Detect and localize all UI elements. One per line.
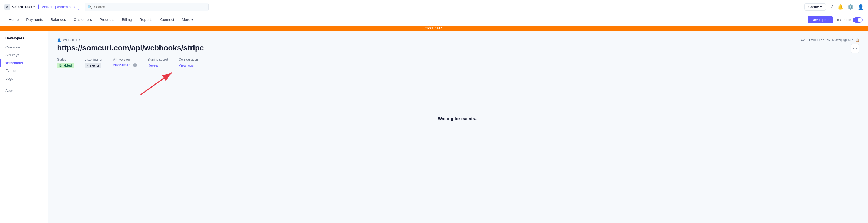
create-button[interactable]: Create ▾ bbox=[804, 3, 826, 10]
status-badge: Enabled bbox=[57, 63, 74, 68]
api-version-value[interactable]: 2022-08-01 i bbox=[113, 63, 137, 67]
arrow-svg bbox=[132, 68, 181, 97]
content: 👤 WEBHOOK https://someurl.com/api/webhoo… bbox=[49, 31, 868, 223]
webhook-id: we_1Lf0IIEosEcNBN5mzQJgFnFq 📋 bbox=[801, 38, 859, 42]
signing-secret-label: Signing secret bbox=[148, 58, 168, 61]
nav-item-customers[interactable]: Customers bbox=[70, 14, 95, 26]
gear-icon[interactable]: ⚙️ bbox=[847, 4, 854, 10]
sidebar-item-apps[interactable]: Apps bbox=[0, 87, 48, 95]
listening-value: 4 events bbox=[85, 63, 101, 68]
search-input[interactable] bbox=[85, 3, 209, 11]
nav-item-connect[interactable]: Connect bbox=[157, 14, 178, 26]
webhook-right: we_1Lf0IIEosEcNBN5mzQJgFnFq 📋 ··· bbox=[801, 38, 859, 53]
info-icon: i bbox=[133, 63, 137, 67]
nav-item-balances[interactable]: Balances bbox=[48, 14, 69, 26]
create-label: Create bbox=[808, 5, 819, 9]
sidebar-item-api-keys[interactable]: API keys bbox=[0, 51, 48, 59]
status-label: Status bbox=[57, 58, 74, 61]
sidebar-item-webhooks[interactable]: Webhooks bbox=[0, 59, 48, 67]
user-icon[interactable]: 👤 bbox=[858, 4, 864, 10]
chevron-down-icon: ▾ bbox=[820, 5, 822, 9]
waiting-label: Waiting for events... bbox=[438, 116, 478, 121]
webhook-section-label: 👤 WEBHOOK bbox=[57, 38, 799, 42]
stat-api-version: API version 2022-08-01 i bbox=[113, 58, 137, 67]
main-layout: Developers Overview API keys Webhooks Ev… bbox=[0, 31, 868, 223]
sidebar-title: Developers bbox=[0, 36, 48, 43]
bell-icon[interactable]: 🔔 bbox=[837, 4, 843, 10]
brand-icon: S bbox=[4, 4, 10, 10]
more-chevron-icon: ▾ bbox=[191, 18, 193, 22]
arrow-annotation bbox=[57, 73, 859, 105]
sidebar: Developers Overview API keys Webhooks Ev… bbox=[0, 31, 49, 223]
sidebar-item-logs[interactable]: Logs bbox=[0, 74, 48, 83]
reveal-link[interactable]: Reveal bbox=[148, 63, 158, 67]
test-mode-toggle[interactable] bbox=[853, 17, 863, 23]
stats-row: Status Enabled Listening for 4 events AP… bbox=[57, 58, 799, 68]
topbar-right: Create ▾ ? 🔔 ⚙️ 👤 bbox=[804, 3, 864, 10]
search-icon: 🔍 bbox=[87, 5, 92, 9]
brand[interactable]: S Saleor Test ▾ bbox=[4, 4, 35, 10]
nav-item-payments[interactable]: Payments bbox=[23, 14, 46, 26]
webhook-person-icon: 👤 bbox=[57, 38, 61, 42]
sidebar-item-events[interactable]: Events bbox=[0, 67, 48, 74]
waiting-section: Waiting for events... bbox=[57, 105, 859, 132]
topbar: S Saleor Test ▾ Activate payments → 🔍 Cr… bbox=[0, 0, 868, 14]
search-bar: 🔍 bbox=[85, 3, 209, 11]
nav-item-more[interactable]: More ▾ bbox=[179, 14, 196, 26]
brand-name: Saleor Test bbox=[12, 5, 32, 9]
configuration-label: Configuration bbox=[179, 58, 198, 61]
brand-chevron-icon: ▾ bbox=[33, 5, 35, 9]
nav-item-home[interactable]: Home bbox=[5, 14, 22, 26]
test-data-banner: TEST DATA bbox=[0, 26, 868, 31]
nav-item-billing[interactable]: Billing bbox=[119, 14, 135, 26]
more-options-button[interactable]: ··· bbox=[851, 44, 859, 53]
stat-status: Status Enabled bbox=[57, 58, 74, 68]
ellipsis-icon: ··· bbox=[853, 46, 857, 52]
svg-line-1 bbox=[141, 73, 172, 95]
listening-label: Listening for bbox=[85, 58, 102, 61]
test-mode-wrap: Test mode bbox=[835, 17, 863, 23]
api-version-label: API version bbox=[113, 58, 137, 61]
sidebar-item-overview[interactable]: Overview bbox=[0, 43, 48, 51]
developers-button[interactable]: Developers bbox=[808, 16, 833, 24]
arrow-right-icon: → bbox=[72, 5, 76, 9]
activate-payments-button[interactable]: Activate payments → bbox=[38, 3, 79, 10]
activate-label: Activate payments bbox=[42, 5, 70, 9]
test-mode-label: Test mode bbox=[835, 18, 851, 22]
navbar: Home Payments Balances Customers Product… bbox=[0, 14, 868, 26]
stat-configuration: Configuration View logs bbox=[179, 58, 198, 67]
copy-icon[interactable]: 📋 bbox=[855, 38, 859, 42]
help-icon[interactable]: ? bbox=[830, 4, 833, 10]
nav-item-products[interactable]: Products bbox=[96, 14, 118, 26]
view-logs-link[interactable]: View logs bbox=[179, 63, 194, 67]
webhook-url: https://someurl.com/api/webhooks/stripe bbox=[57, 44, 799, 52]
nav-right: Developers Test mode bbox=[808, 16, 863, 24]
stat-listening: Listening for 4 events bbox=[85, 58, 102, 68]
stat-signing-secret: Signing secret Reveal bbox=[148, 58, 168, 67]
nav-item-reports[interactable]: Reports bbox=[136, 14, 156, 26]
